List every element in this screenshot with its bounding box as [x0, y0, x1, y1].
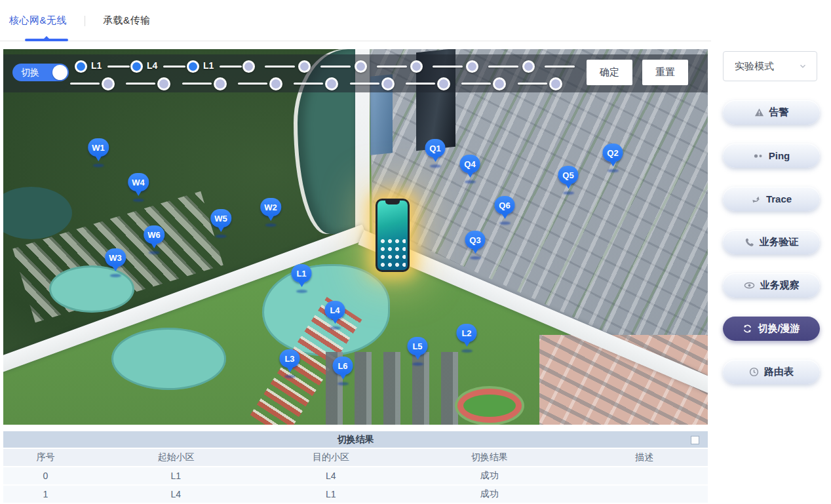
step-track: [182, 83, 212, 85]
marker-L3[interactable]: L3: [280, 349, 300, 368]
col-header-source-cell: 起始小区: [88, 452, 264, 463]
maximize-icon[interactable]: [691, 436, 699, 444]
tool-sidebar: 实验模式 告警 Ping Trace 业务验证 业务观察 切换/漫游: [723, 51, 821, 384]
tab-core-wireless[interactable]: 核心网&无线: [9, 14, 67, 27]
pin-shadow: [563, 191, 574, 195]
table-title-bar: 切换结果: [3, 431, 708, 449]
step-track: [238, 83, 267, 85]
ue-phone[interactable]: [376, 199, 410, 272]
marker-L6[interactable]: L6: [333, 357, 353, 375]
routing-table-button[interactable]: 路由表: [723, 360, 820, 384]
step-knob-bottom[interactable]: [437, 77, 450, 90]
reset-button[interactable]: 重置: [642, 60, 688, 85]
step-knob-bottom[interactable]: [269, 77, 282, 90]
step-knob-bottom[interactable]: [102, 77, 115, 90]
marker-L1[interactable]: L1: [292, 264, 312, 282]
marker-Q2[interactable]: Q2: [603, 144, 623, 162]
map-stadium: [457, 389, 522, 423]
eye-icon: [744, 281, 755, 290]
pin-shadow: [265, 223, 277, 227]
step-knob-bottom[interactable]: [493, 77, 506, 90]
step-track: [518, 83, 547, 85]
tab-bar: 核心网&无线 承载&传输: [0, 0, 711, 42]
confirm-button[interactable]: 确定: [587, 60, 632, 85]
handover-roaming-button[interactable]: 切换/漫游: [723, 317, 820, 341]
marker-Q5[interactable]: Q5: [558, 166, 579, 184]
trace-button[interactable]: Trace: [723, 187, 820, 211]
marker-Q3[interactable]: Q3: [465, 231, 486, 249]
step-knob-top[interactable]: [522, 60, 535, 73]
cell-target: L1: [264, 489, 398, 499]
step-knob-bottom[interactable]: [214, 77, 227, 90]
step-knob-top[interactable]: [187, 60, 199, 73]
pin-shadow: [296, 290, 307, 293]
cell-index: 1: [3, 489, 88, 499]
step-knob-bottom[interactable]: [325, 77, 338, 90]
step-knob-bottom[interactable]: [381, 77, 395, 90]
marker-W6[interactable]: W6: [144, 225, 164, 244]
marker-Q6[interactable]: Q6: [495, 196, 515, 214]
step-knob-top[interactable]: [130, 60, 143, 73]
step-knob-top[interactable]: [466, 60, 478, 73]
marker-W5[interactable]: W5: [210, 209, 231, 227]
step-knob-bottom[interactable]: [549, 77, 562, 90]
cell-source: L4: [88, 489, 264, 499]
handover-mode-toggle[interactable]: 切换: [12, 64, 69, 81]
chevron-down-icon: [798, 62, 807, 71]
pin-shadow: [338, 382, 349, 385]
toggle-knob[interactable]: [52, 65, 68, 80]
table-row[interactable]: 1 L4 L1 成功: [3, 486, 708, 504]
table-title: 切换结果: [338, 434, 374, 446]
pin-shadow: [470, 256, 481, 260]
step-track: [406, 83, 435, 85]
pin-shadow: [110, 274, 121, 277]
step-knob-top[interactable]: [298, 60, 311, 73]
step-track: [265, 66, 295, 68]
phone-app-grid: [379, 238, 406, 268]
marker-L5[interactable]: L5: [408, 337, 428, 355]
step-knob-top[interactable]: [75, 60, 87, 73]
marker-W4[interactable]: W4: [128, 173, 149, 191]
table-row[interactable]: 0 L1 L4 成功: [3, 467, 708, 486]
tab-bearer-transport[interactable]: 承载&传输: [103, 14, 151, 27]
handover-mode-toggle-label: 切换: [21, 67, 39, 79]
marker-W2[interactable]: W2: [260, 198, 281, 216]
service-verify-button[interactable]: 业务验证: [723, 230, 820, 254]
step-track: [350, 83, 379, 85]
pin-shadow: [412, 362, 423, 366]
step-track: [545, 66, 575, 68]
marker-W3[interactable]: W3: [105, 248, 126, 267]
warning-icon: [754, 107, 764, 117]
clock-icon: [749, 367, 759, 377]
marker-W1[interactable]: W1: [88, 138, 109, 157]
step-track: [294, 83, 323, 85]
cell-index: 0: [3, 471, 88, 481]
pin-shadow: [216, 235, 227, 238]
service-observe-button[interactable]: 业务观察: [723, 273, 820, 298]
step-label: L4: [147, 60, 157, 71]
marker-Q1[interactable]: Q1: [425, 139, 446, 157]
pin-shadow: [93, 164, 104, 167]
ping-button[interactable]: Ping: [723, 144, 820, 168]
step-label: L1: [91, 60, 102, 71]
col-header-description: 描述: [581, 452, 708, 463]
alarm-button[interactable]: 告警: [723, 100, 820, 125]
step-knob-top[interactable]: [410, 60, 423, 73]
step-knob-bottom[interactable]: [157, 77, 170, 90]
map-pond: [49, 265, 134, 313]
experiment-mode-select[interactable]: 实验模式: [723, 51, 817, 81]
marker-Q4[interactable]: Q4: [460, 155, 480, 173]
trace-icon: [751, 194, 761, 204]
step-knob-top[interactable]: [242, 60, 255, 73]
step-knob-top[interactable]: [355, 60, 367, 73]
marker-L2[interactable]: L2: [457, 324, 477, 342]
step-track: [126, 83, 155, 85]
handover-sequence-strip: L1 L4 L1: [66, 49, 584, 92]
handover-result-table: 切换结果 序号 起始小区 目的小区 切换结果 描述 0 L1 L4 成功 1 L…: [3, 431, 708, 504]
routing-table-button-label: 路由表: [764, 366, 794, 378]
step-track: [70, 83, 100, 85]
network-map: 切换 L1 L4 L1: [3, 49, 708, 425]
marker-L4[interactable]: L4: [325, 301, 345, 319]
tab-separator: [85, 16, 85, 26]
trace-button-label: Trace: [766, 193, 792, 204]
